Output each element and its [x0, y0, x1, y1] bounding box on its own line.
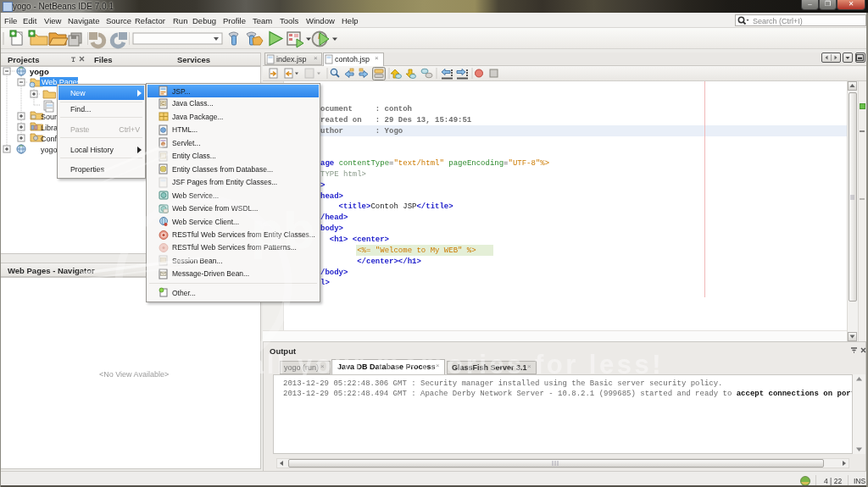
svg-text:C: C: [161, 101, 165, 106]
